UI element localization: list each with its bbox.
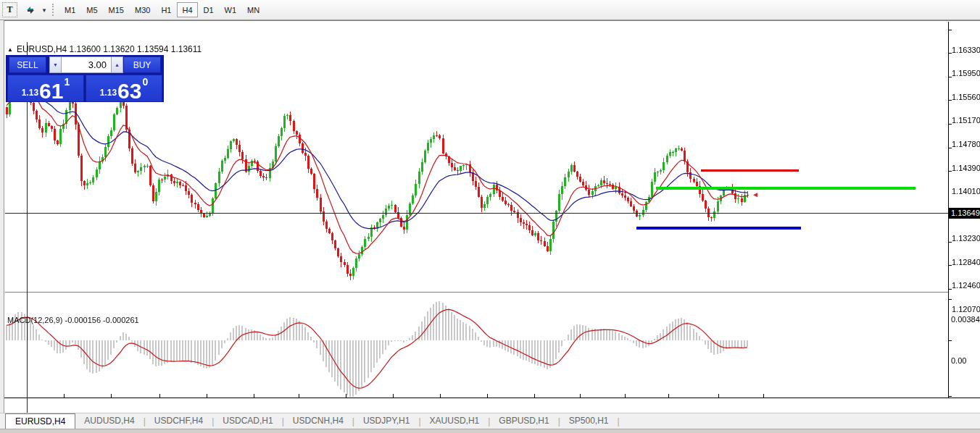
toolbar-grip[interactable] <box>52 4 54 16</box>
tab-sp500-h1[interactable]: SP500,H1 <box>560 413 618 429</box>
sell-button[interactable]: SELL <box>9 56 46 73</box>
collapse-arrow-icon[interactable]: ▲ <box>7 46 13 53</box>
crosshair-horizontal-line <box>5 213 948 214</box>
timeframe-h1[interactable]: H1 <box>156 2 176 17</box>
buy-price-small: 1.13 <box>100 88 117 97</box>
timeframe-mn[interactable]: MN <box>242 2 265 17</box>
window-bottom-strip <box>0 429 980 433</box>
arrows-icon <box>25 4 36 16</box>
price-axis-label: 1.15170 <box>952 116 980 125</box>
price-axis-label: 1.13230 <box>952 234 980 243</box>
tab-usdcnh-h4[interactable]: USDCNH,H4 <box>284 413 352 429</box>
price-axis-label: 1.15560 <box>952 93 980 101</box>
arrows-dropdown-caret[interactable]: ▾ <box>39 2 49 17</box>
crosshair-price-tag: 1.13649 <box>949 208 980 219</box>
one-click-trade-panel: SELL ▼ ▲ BUY 1.13 61 1 1.13 <box>6 55 164 102</box>
tab-usdjpy-h1[interactable]: USDJPY,H1 <box>354 413 418 429</box>
arrows-object-button[interactable] <box>22 2 39 17</box>
buy-button-label: BUY <box>133 60 151 70</box>
price-axis-label: 1.12070 <box>952 305 980 314</box>
price-axis-label: 1.16330 <box>952 46 980 54</box>
volume-input[interactable] <box>62 56 111 73</box>
timeframe-w1[interactable]: W1 <box>220 2 242 17</box>
timeframe-m1[interactable]: M1 <box>59 2 80 17</box>
macd-axis-label: 0.00 <box>951 356 966 365</box>
tab-audusd-h4[interactable]: AUDUSD,H4 <box>75 413 143 429</box>
tab-usdcad-h1[interactable]: USDCAD,H1 <box>214 413 281 429</box>
timeframe-bar: M1M5M15M30H1H4D1W1MN <box>59 2 265 17</box>
text-tool-icon: T <box>7 4 12 15</box>
timeframe-m5[interactable]: M5 <box>81 2 102 17</box>
tab-gbpusd-h1[interactable]: GBPUSD,H1 <box>490 413 557 429</box>
timeframe-m30[interactable]: M30 <box>130 2 155 17</box>
text-tool-button[interactable]: T <box>2 2 17 17</box>
sell-price-big: 61 <box>39 82 63 101</box>
window-left-border <box>0 20 4 429</box>
price-axis-label: 1.12460 <box>952 281 980 290</box>
chevron-down-icon: ▾ <box>43 7 46 14</box>
tab-eurusd-h4[interactable]: EURUSD,H4 <box>5 413 75 429</box>
price-axis-label: 1.14390 <box>952 164 980 172</box>
macd-axis-label: 0.003847 <box>951 315 980 324</box>
buy-price-big: 63 <box>117 82 141 101</box>
top-toolbar: T ▾ M1M5M15M30H1H4D1W1MN <box>0 0 980 20</box>
symbol-ohlc-text: EURUSD,H4 1.13600 1.13620 1.13594 1.1361… <box>17 44 202 54</box>
price-axis-label: 1.14010 <box>952 187 980 196</box>
chart-window: ▲ EURUSD,H4 1.13600 1.13620 1.13594 1.13… <box>0 20 980 433</box>
price-axis-label: 1.15950 <box>952 69 980 77</box>
price-axis-label: 1.14780 <box>952 140 980 148</box>
timeframe-h4[interactable]: H4 <box>177 2 197 17</box>
tab-separator: | <box>618 416 620 429</box>
tab-xauusd-h1[interactable]: XAUUSD,H1 <box>421 413 489 429</box>
sell-button-label: SELL <box>17 60 38 70</box>
buy-price-sup: 0 <box>142 77 148 87</box>
timeframe-d1[interactable]: D1 <box>199 2 219 17</box>
volume-decrease-button[interactable]: ▼ <box>49 56 62 73</box>
sell-price-sup: 1 <box>64 77 70 87</box>
tab-usdchf-h4[interactable]: USDCHF,H4 <box>146 413 212 429</box>
sell-price-small: 1.13 <box>22 88 38 97</box>
sell-price-display[interactable]: 1.13 61 1 <box>7 75 84 102</box>
spinner-down-icon: ▼ <box>53 62 58 67</box>
buy-button[interactable]: BUY <box>123 56 161 73</box>
chart-header: ▲ EURUSD,H4 1.13600 1.13620 1.13594 1.13… <box>7 44 202 54</box>
buy-price-display[interactable]: 1.13 63 0 <box>86 75 162 102</box>
macd-indicator-label: MACD(12,26,9) -0.000156 -0.000261 <box>7 316 139 324</box>
price-axis-label: 1.12840 <box>952 258 980 266</box>
spinner-up-icon: ▲ <box>115 62 120 67</box>
timeframe-m15[interactable]: M15 <box>104 2 129 17</box>
volume-increase-button[interactable]: ▲ <box>111 56 123 73</box>
chart-tab-bar: EURUSD,H4AUDUSD,H4|USDCHF,H4|USDCAD,H1|U… <box>0 413 980 429</box>
